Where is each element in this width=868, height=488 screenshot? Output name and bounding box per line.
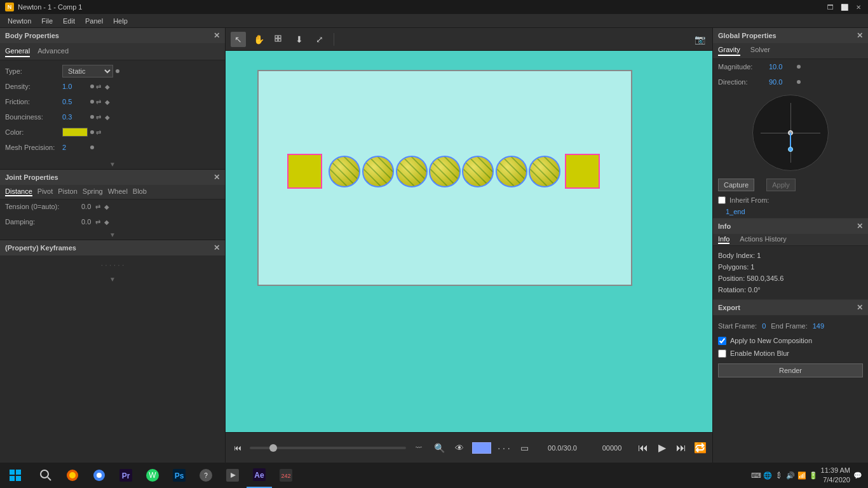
info-tab-info[interactable]: Info [718,235,729,244]
step-forward-button[interactable]: ⏭ [674,441,688,455]
joint-tab-distance[interactable]: Distance [5,187,32,196]
expand-tool[interactable]: ⤢ [312,32,327,47]
damping-icon1[interactable]: ⇄ [93,217,102,226]
tray-bluetooth[interactable]: ₿ [774,470,784,480]
taskbar-firefox[interactable] [60,463,85,488]
tray-icon1[interactable]: ⌨ [751,470,761,480]
tension-icon2[interactable]: ◆ [102,202,111,211]
taskbar-chrome[interactable] [86,463,112,488]
select-tool[interactable]: ↖ [231,32,246,47]
type-select[interactable]: Static Dynamic Kinematic [62,65,113,78]
start-button[interactable] [0,463,31,488]
taskbar-unknown1[interactable]: ? [193,463,219,488]
magnitude-dot [797,65,801,69]
circle-7[interactable] [529,156,560,187]
grid-tool[interactable] [271,32,287,47]
joint-tab-spring[interactable]: Spring [83,187,103,196]
body-properties-close[interactable]: ✕ [214,31,220,40]
damping-icon2[interactable]: ◆ [102,217,111,226]
inherit-row: Inherit From: [713,194,868,207]
play-button[interactable]: ▶ [655,441,669,455]
timeline-frame-icon[interactable]: ▭ [517,440,532,456]
minimize-button[interactable]: 🗖 [826,3,835,11]
gp-tab-gravity[interactable]: Gravity [718,46,740,56]
joint-scroll-down[interactable]: ▼ [0,230,225,240]
viewport [226,51,712,432]
end-object[interactable] [287,154,322,189]
keyframes-close[interactable]: ✕ [214,243,220,252]
taskbar-aftereffects[interactable]: Ae [247,463,272,488]
circle-6[interactable] [496,156,527,187]
camera-icon[interactable]: 📷 [692,32,707,47]
motion-blur-checkbox[interactable] [718,349,726,358]
circle-1[interactable] [329,156,360,187]
taskbar-search[interactable] [33,463,58,488]
menu-edit[interactable]: Edit [58,16,80,26]
apply-comp-checkbox[interactable] [718,337,726,345]
tray-network[interactable]: 📶 [797,470,807,480]
taskbar-premiere[interactable]: Pr [113,463,139,488]
tray-battery[interactable]: 🔋 [808,470,818,480]
bounciness-random-icon[interactable]: ⇄ [94,112,103,121]
color-random-icon[interactable]: ⇄ [94,128,103,137]
keyframes-scroll-down[interactable]: ▼ [0,274,225,284]
timeline-frame: 00000 [593,444,631,452]
loop-button[interactable]: 🔁 [693,441,707,455]
circle-4[interactable] [429,156,461,187]
taskbar-whatsapp[interactable]: W [140,463,165,488]
joint-tab-piston[interactable]: Piston [58,187,78,196]
info-polygons: Polygons: 1 [718,261,863,273]
joint-tab-blob[interactable]: Blob [133,187,147,196]
timeline-wave-icon[interactable]: 〰 [411,440,426,456]
render-button[interactable]: Render [718,363,863,377]
bounciness-link-icon[interactable]: ◆ [103,112,112,121]
tab-general[interactable]: General [5,46,30,57]
timeline-eye-icon[interactable]: 👁 [452,440,467,456]
joint-tab-wheel[interactable]: Wheel [108,187,128,196]
circle-5[interactable] [462,156,494,187]
circle-3[interactable] [396,156,428,187]
friction-random-icon[interactable]: ⇄ [94,97,103,106]
taskbar-notification[interactable]: 242 [273,463,299,488]
export-close[interactable]: ✕ [857,303,863,312]
tab-advanced[interactable]: Advanced [37,46,69,57]
density-random-icon[interactable]: ⇄ [94,82,103,91]
timeline-zoom-icon[interactable]: 🔍 [431,440,447,456]
pan-tool[interactable]: ✋ [251,32,266,47]
timeline-dots-icon[interactable]: · · · [496,440,512,456]
taskbar-photoshop[interactable]: Ps [166,463,192,488]
scroll-down-arrow[interactable]: ▼ [0,159,225,169]
titlebar-controls[interactable]: 🗖 ⬜ ✕ [826,3,863,11]
circle-2[interactable] [362,156,394,187]
tension-icon1[interactable]: ⇄ [93,202,102,211]
close-button[interactable]: ✕ [854,3,863,11]
tray-volume[interactable]: 🔊 [785,470,796,480]
tension-row: Tension (0=auto): 0.0 ⇄ ◆ [0,200,225,214]
start-object[interactable] [565,154,600,189]
menu-panel[interactable]: Panel [80,16,108,26]
gp-tab-solver[interactable]: Solver [750,46,770,56]
timeline-start-button[interactable]: ⏮ [231,441,245,455]
global-properties-close[interactable]: ✕ [857,31,863,40]
info-tab-actions[interactable]: Actions History [740,235,786,244]
capture-button[interactable]: Capture [718,179,754,191]
move-down-tool[interactable]: ⬇ [292,32,307,47]
taskbar-media[interactable] [220,463,245,488]
info-close[interactable]: ✕ [857,222,863,231]
color-swatch[interactable] [62,128,88,137]
timeline-thumb[interactable] [269,444,277,452]
menu-file[interactable]: File [36,16,58,26]
play-start-button[interactable]: ⏮ [636,441,650,455]
tray-icon2[interactable]: 🌐 [763,470,773,480]
apply-button[interactable]: Apply [766,179,796,191]
timeline-slider[interactable] [250,442,406,454]
menu-newton[interactable]: Newton [3,16,36,26]
joint-tab-pivot[interactable]: Pivot [37,187,53,196]
notification-icon[interactable]: 💬 [853,470,863,480]
density-link-icon[interactable]: ◆ [103,82,112,91]
restore-button[interactable]: ⬜ [840,3,849,11]
menu-help[interactable]: Help [108,16,133,26]
inherit-checkbox[interactable] [718,196,726,204]
joint-properties-close[interactable]: ✕ [214,173,220,182]
friction-link-icon[interactable]: ◆ [103,97,112,106]
